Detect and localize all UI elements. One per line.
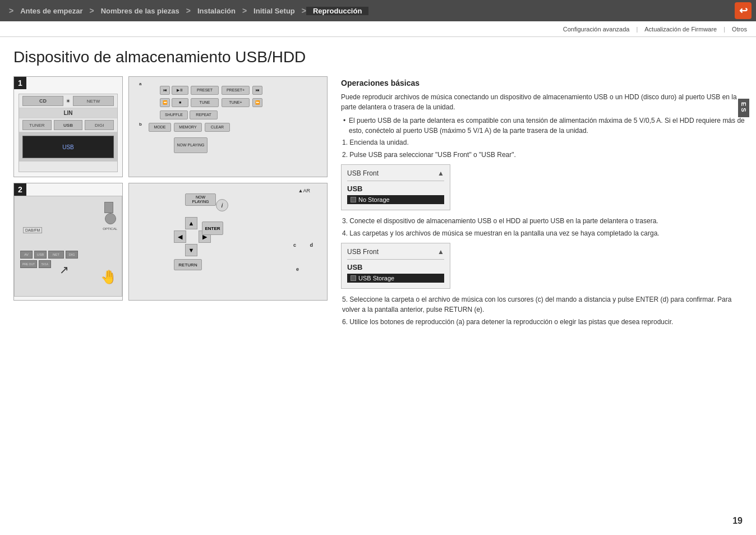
device-back-panel: AV USB NET DIG PRE OUT 5V1A xyxy=(14,196,122,297)
usb-label-2: USB xyxy=(347,263,444,271)
left-btn[interactable]: ◀ xyxy=(174,230,186,243)
repeat-btn[interactable]: REPEAT xyxy=(190,110,218,119)
usb-storage-text-1: No Storage xyxy=(358,196,390,203)
now-playing-btn[interactable]: NOW PLAYING xyxy=(174,137,208,153)
pre-out-port: PRE OUT xyxy=(20,260,37,268)
next-track-btn[interactable]: ⏩ xyxy=(252,98,262,107)
stop-btn[interactable]: ■ xyxy=(172,98,188,107)
box-num-1: 1 xyxy=(14,77,26,89)
usb-storage-row-1: No Storage xyxy=(347,195,444,204)
sub-nav-sep-1: | xyxy=(636,26,638,33)
device-front-panel: CD ✴ NETW LIN TUNER USB DIGI xyxy=(19,94,118,172)
down-btn[interactable]: ▼ xyxy=(185,244,197,256)
es-badge: ES xyxy=(738,99,749,117)
remote-inner-bottom: ▲AR NOWPLAYING i ▲ ◀ ▶ xyxy=(129,183,327,300)
step-3-text: Conecte el dispositivo de almacenamiento… xyxy=(349,217,658,225)
port-1: AV xyxy=(20,251,33,259)
step-4: 4. Las carpetas y los archivos de música… xyxy=(341,228,745,238)
label-d: d xyxy=(310,242,314,248)
section-title: Operaciones básicas xyxy=(341,79,745,87)
nav-sep-4: > xyxy=(302,6,306,15)
usb-display-2: USB Front ▲ USB USB Storage xyxy=(341,243,450,289)
nav-item-1[interactable]: Nombres de las piezas xyxy=(94,7,186,15)
nav-item-2[interactable]: Instalación xyxy=(191,7,242,15)
usb-storage-icon-1 xyxy=(351,197,356,202)
hand-usb-icon: 🤚 xyxy=(100,269,117,285)
tune-plus-btn[interactable]: TUNE+ xyxy=(222,98,250,107)
nav-item-0[interactable]: Antes de empezar xyxy=(13,7,89,15)
step-1: 1. Encienda la unidad. xyxy=(341,137,745,147)
arrow-icon: ↗ xyxy=(59,263,69,276)
step-6: 6. Utilice los botones de reproducción (… xyxy=(341,317,745,327)
step-4-text: Las carpetas y los archivos de música se… xyxy=(349,229,659,237)
network-slot: NETW xyxy=(73,96,114,106)
step-1-text: Encienda la unidad. xyxy=(349,139,408,146)
tuner-slot: TUNER xyxy=(22,120,52,130)
sub-nav-config[interactable]: Configuración avanzada xyxy=(563,26,630,33)
sub-nav: Configuración avanzada | Actualización d… xyxy=(0,21,756,37)
nav-sep-2: > xyxy=(186,6,191,15)
step-2-text: Pulse USB para seleccionar "USB Front" o… xyxy=(349,151,516,159)
shuffle-btn[interactable]: SHUFFLE xyxy=(160,110,188,119)
sub-nav-others[interactable]: Otros xyxy=(732,26,747,33)
top-nav: > Antes de empezar > Nombres de las piez… xyxy=(0,0,756,21)
port-row-2: PRE OUT 5V1A xyxy=(20,260,93,268)
usb-display-2-header: USB Front ▲ xyxy=(347,248,444,256)
bullet-0: El puerto USB de la parte delantera es c… xyxy=(341,116,745,136)
nav-item-4[interactable]: Reproducción xyxy=(306,7,368,15)
box-num-2: 2 xyxy=(14,183,26,196)
info-btn[interactable]: i xyxy=(216,199,228,211)
preset-btn[interactable]: PRESET xyxy=(191,86,219,95)
device-image-1: 1 CD ✴ NETW LIN TUNER USB xyxy=(13,76,123,177)
dab-label: DAB/FM xyxy=(23,227,42,233)
now-playing-2-btn[interactable]: NOWPLAYING xyxy=(185,193,216,206)
left-column: 1 CD ✴ NETW LIN TUNER USB xyxy=(13,76,328,329)
nav-items: > Antes de empezar > Nombres de las piez… xyxy=(9,6,368,15)
port-3: NET xyxy=(48,251,64,259)
mode-btn[interactable]: MODE xyxy=(149,123,171,132)
cd-slot: CD xyxy=(22,96,63,106)
step-6-num: 6. xyxy=(342,318,348,326)
port-group-left: AV USB NET DIG PRE OUT 5V1A xyxy=(20,251,93,268)
usb-front-label-1: USB Front xyxy=(347,169,379,177)
preset-plus-btn[interactable]: PRESET+ xyxy=(222,86,250,95)
remote-label-a: a xyxy=(139,81,141,86)
prev-track-btn[interactable]: ⏪ xyxy=(160,98,170,107)
enter-btn[interactable]: ENTER xyxy=(202,222,223,235)
panel-row-3: TUNER USB DIGI xyxy=(19,118,117,132)
sub-nav-firmware[interactable]: Actualización de Firmware xyxy=(644,26,717,33)
step-6-text: Utilice los botones de reproducción (a) … xyxy=(349,318,673,326)
step-1-num: 1. xyxy=(342,139,348,146)
port-row: AV USB NET DIG xyxy=(20,251,93,259)
remote-bottom: ▲AR NOWPLAYING i ▲ ◀ ▶ xyxy=(128,183,328,301)
port-4: DIG xyxy=(66,251,78,259)
round-port xyxy=(105,213,116,224)
nav-item-3[interactable]: Initial Setup xyxy=(247,7,302,15)
memory-btn[interactable]: MEMORY xyxy=(174,123,202,132)
line-label: LIN xyxy=(63,110,72,116)
return-btn[interactable]: RETURN xyxy=(174,259,202,270)
back-icon: ↩ xyxy=(739,4,748,17)
main-layout: 1 CD ✴ NETW LIN TUNER USB xyxy=(13,76,745,329)
display-text: USB xyxy=(62,144,74,150)
remote-label-b: b xyxy=(139,122,142,127)
usb-label-1: USB xyxy=(347,185,444,193)
usb-slot: USB xyxy=(54,120,83,130)
next-btn[interactable]: ⏭ xyxy=(252,86,262,95)
step-4-num: 4. xyxy=(342,229,348,237)
remote-inner-top: a b PRESET ⏮ ▶⏸ PRESET+ ⏭ ⏪ TUNE TUNE+ xyxy=(129,77,327,177)
display-area: USB xyxy=(19,132,117,162)
ar-label: ▲AR xyxy=(298,188,310,193)
usb-storage-row-2: USB Storage xyxy=(347,274,444,283)
antenna-port xyxy=(104,202,113,213)
label-c: c xyxy=(293,242,296,248)
play-pause-btn[interactable]: ▶⏸ xyxy=(172,86,188,95)
digital-slot: DIGI xyxy=(85,120,114,130)
panel-row-1: CD ✴ NETW xyxy=(19,94,117,108)
clear-btn[interactable]: CLEAR xyxy=(205,123,230,132)
up-btn[interactable]: ▲ xyxy=(185,217,197,229)
prev-btn[interactable]: ⏮ xyxy=(160,86,170,95)
tune-btn[interactable]: TUNE xyxy=(191,98,219,107)
back-button[interactable]: ↩ xyxy=(735,2,752,19)
nav-sep-0: > xyxy=(9,6,13,15)
